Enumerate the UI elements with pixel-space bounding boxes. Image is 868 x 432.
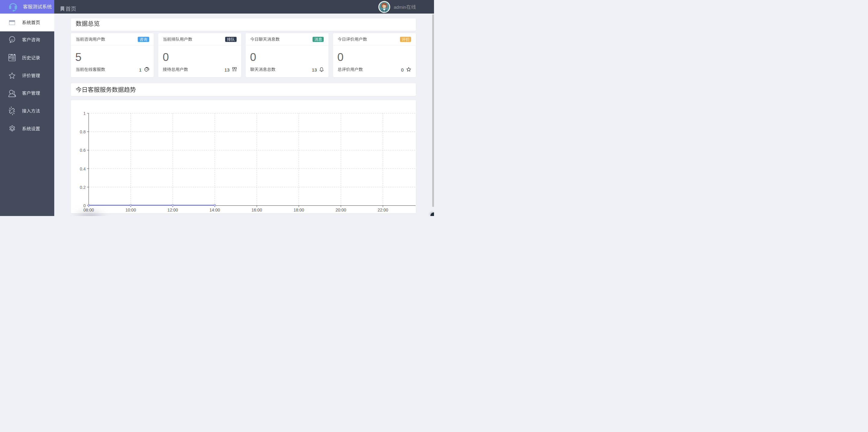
svg-text:1: 1 xyxy=(83,111,86,116)
svg-text:14:00: 14:00 xyxy=(210,207,220,212)
svg-text:0.8: 0.8 xyxy=(80,129,86,134)
svg-text:16:00: 16:00 xyxy=(252,207,262,212)
svg-text:18:00: 18:00 xyxy=(293,207,304,212)
svg-text:12:00: 12:00 xyxy=(167,207,178,212)
svg-text:20:00: 20:00 xyxy=(336,207,346,212)
svg-text:0.2: 0.2 xyxy=(80,185,86,190)
svg-text:10:00: 10:00 xyxy=(125,207,136,212)
svg-text:0.6: 0.6 xyxy=(80,148,86,153)
svg-text:08:00: 08:00 xyxy=(84,207,94,212)
svg-text:0.4: 0.4 xyxy=(80,167,86,171)
svg-text:22:00: 22:00 xyxy=(378,207,388,212)
